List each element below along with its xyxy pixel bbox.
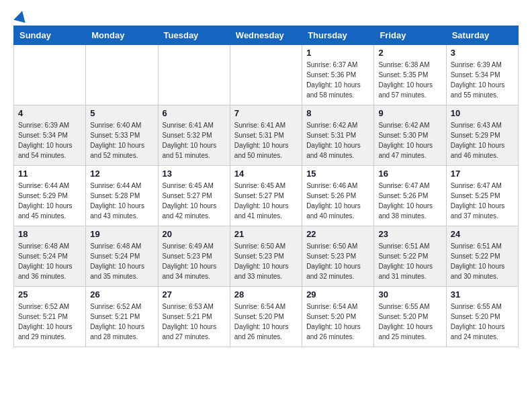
day-header-friday: Friday [374,26,446,45]
day-number: 25 [18,289,81,300]
day-info: Sunrise: 6:45 AMSunset: 5:27 PMDaylight:… [234,181,298,221]
day-info: Sunrise: 6:44 AMSunset: 5:28 PMDaylight:… [90,181,153,221]
calendar-cell: 11Sunrise: 6:44 AMSunset: 5:29 PMDayligh… [14,166,86,226]
calendar-cell: 20Sunrise: 6:49 AMSunset: 5:23 PMDayligh… [158,226,230,287]
day-number: 6 [163,108,226,118]
day-number: 12 [90,169,153,179]
day-info: Sunrise: 6:54 AMSunset: 5:20 PMDaylight:… [306,302,369,342]
day-info: Sunrise: 6:48 AMSunset: 5:24 PMDaylight:… [90,241,153,281]
day-info: Sunrise: 6:50 AMSunset: 5:23 PMDaylight:… [234,241,298,281]
day-info: Sunrise: 6:38 AMSunset: 5:35 PMDaylight:… [378,60,441,100]
day-number: 5 [90,108,153,118]
calendar-week-row: 11Sunrise: 6:44 AMSunset: 5:29 PMDayligh… [14,166,519,226]
calendar-week-row: 1Sunrise: 6:37 AMSunset: 5:36 PMDaylight… [14,45,519,105]
day-number: 8 [306,108,369,118]
day-header-sunday: Sunday [14,26,86,45]
day-number: 28 [234,289,298,300]
day-number: 27 [163,289,226,300]
day-info: Sunrise: 6:42 AMSunset: 5:30 PMDaylight:… [378,120,441,161]
calendar-cell: 4Sunrise: 6:39 AMSunset: 5:34 PMDaylight… [14,105,86,166]
calendar-cell: 30Sunrise: 6:55 AMSunset: 5:20 PMDayligh… [374,287,446,347]
day-info: Sunrise: 6:39 AMSunset: 5:34 PMDaylight:… [18,120,81,161]
day-number: 9 [378,108,441,118]
calendar-cell [230,45,302,105]
day-number: 26 [90,289,153,300]
day-header-tuesday: Tuesday [158,26,230,45]
calendar-cell: 19Sunrise: 6:48 AMSunset: 5:24 PMDayligh… [86,226,158,287]
calendar-cell: 12Sunrise: 6:44 AMSunset: 5:28 PMDayligh… [86,166,158,226]
day-number: 21 [234,229,298,239]
day-info: Sunrise: 6:46 AMSunset: 5:26 PMDaylight:… [306,181,369,221]
days-header-row: SundayMondayTuesdayWednesdayThursdayFrid… [14,26,519,45]
logo-icon [13,9,28,23]
calendar-cell: 23Sunrise: 6:51 AMSunset: 5:22 PMDayligh… [374,226,446,287]
page-header [13,11,519,21]
day-info: Sunrise: 6:44 AMSunset: 5:29 PMDaylight:… [18,181,81,221]
day-info: Sunrise: 6:49 AMSunset: 5:23 PMDaylight:… [163,241,226,281]
calendar-cell: 16Sunrise: 6:47 AMSunset: 5:26 PMDayligh… [374,166,446,226]
day-number: 7 [234,108,298,118]
calendar-cell: 29Sunrise: 6:54 AMSunset: 5:20 PMDayligh… [302,287,374,347]
calendar-cell: 27Sunrise: 6:53 AMSunset: 5:21 PMDayligh… [158,287,230,347]
calendar-cell: 8Sunrise: 6:42 AMSunset: 5:31 PMDaylight… [302,105,374,166]
day-info: Sunrise: 6:52 AMSunset: 5:21 PMDaylight:… [18,302,81,342]
calendar-cell: 24Sunrise: 6:51 AMSunset: 5:22 PMDayligh… [446,226,518,287]
day-header-thursday: Thursday [302,26,374,45]
day-number: 18 [18,229,81,239]
calendar-cell: 31Sunrise: 6:55 AMSunset: 5:20 PMDayligh… [446,287,518,347]
calendar-cell [14,45,86,105]
calendar-cell: 26Sunrise: 6:52 AMSunset: 5:21 PMDayligh… [86,287,158,347]
day-info: Sunrise: 6:54 AMSunset: 5:20 PMDaylight:… [234,302,298,342]
calendar-week-row: 25Sunrise: 6:52 AMSunset: 5:21 PMDayligh… [14,287,519,347]
calendar-cell: 2Sunrise: 6:38 AMSunset: 5:35 PMDaylight… [374,45,446,105]
day-info: Sunrise: 6:50 AMSunset: 5:23 PMDaylight:… [306,241,369,281]
day-number: 13 [163,169,226,179]
day-info: Sunrise: 6:53 AMSunset: 5:21 PMDaylight:… [163,302,226,342]
day-number: 31 [451,289,514,300]
day-number: 29 [306,289,369,300]
day-number: 3 [451,48,514,58]
calendar-cell: 3Sunrise: 6:39 AMSunset: 5:34 PMDaylight… [446,45,518,105]
calendar-cell: 6Sunrise: 6:41 AMSunset: 5:32 PMDaylight… [158,105,230,166]
calendar-cell: 10Sunrise: 6:43 AMSunset: 5:29 PMDayligh… [446,105,518,166]
day-info: Sunrise: 6:48 AMSunset: 5:24 PMDaylight:… [18,241,81,281]
day-info: Sunrise: 6:51 AMSunset: 5:22 PMDaylight:… [378,241,441,281]
day-info: Sunrise: 6:52 AMSunset: 5:21 PMDaylight:… [90,302,153,342]
day-number: 10 [451,108,514,118]
calendar-body: 1Sunrise: 6:37 AMSunset: 5:36 PMDaylight… [14,45,519,347]
day-info: Sunrise: 6:55 AMSunset: 5:20 PMDaylight:… [451,302,514,342]
calendar-week-row: 18Sunrise: 6:48 AMSunset: 5:24 PMDayligh… [14,226,519,287]
day-number: 24 [451,229,514,239]
calendar-cell: 1Sunrise: 6:37 AMSunset: 5:36 PMDaylight… [302,45,374,105]
day-header-monday: Monday [86,26,158,45]
day-number: 22 [306,229,369,239]
calendar-cell: 15Sunrise: 6:46 AMSunset: 5:26 PMDayligh… [302,166,374,226]
calendar-cell: 22Sunrise: 6:50 AMSunset: 5:23 PMDayligh… [302,226,374,287]
calendar-cell: 25Sunrise: 6:52 AMSunset: 5:21 PMDayligh… [14,287,86,347]
logo [13,11,27,21]
day-number: 14 [234,169,298,179]
day-number: 17 [451,169,514,179]
day-number: 23 [378,229,441,239]
day-number: 20 [163,229,226,239]
calendar-cell: 5Sunrise: 6:40 AMSunset: 5:33 PMDaylight… [86,105,158,166]
day-number: 11 [18,169,81,179]
day-number: 15 [306,169,369,179]
day-info: Sunrise: 6:51 AMSunset: 5:22 PMDaylight:… [451,241,514,281]
calendar-cell: 28Sunrise: 6:54 AMSunset: 5:20 PMDayligh… [230,287,302,347]
day-info: Sunrise: 6:47 AMSunset: 5:26 PMDaylight:… [378,181,441,221]
day-number: 16 [378,169,441,179]
calendar-cell [158,45,230,105]
day-header-wednesday: Wednesday [230,26,302,45]
calendar-cell: 21Sunrise: 6:50 AMSunset: 5:23 PMDayligh… [230,226,302,287]
day-number: 2 [378,48,441,58]
day-info: Sunrise: 6:37 AMSunset: 5:36 PMDaylight:… [306,60,369,100]
calendar-cell [86,45,158,105]
calendar-cell: 7Sunrise: 6:41 AMSunset: 5:31 PMDaylight… [230,105,302,166]
calendar-cell: 13Sunrise: 6:45 AMSunset: 5:27 PMDayligh… [158,166,230,226]
calendar-week-row: 4Sunrise: 6:39 AMSunset: 5:34 PMDaylight… [14,105,519,166]
day-info: Sunrise: 6:47 AMSunset: 5:25 PMDaylight:… [451,181,514,221]
day-info: Sunrise: 6:40 AMSunset: 5:33 PMDaylight:… [90,120,153,161]
calendar-table: SundayMondayTuesdayWednesdayThursdayFrid… [13,26,519,347]
day-info: Sunrise: 6:55 AMSunset: 5:20 PMDaylight:… [378,302,441,342]
